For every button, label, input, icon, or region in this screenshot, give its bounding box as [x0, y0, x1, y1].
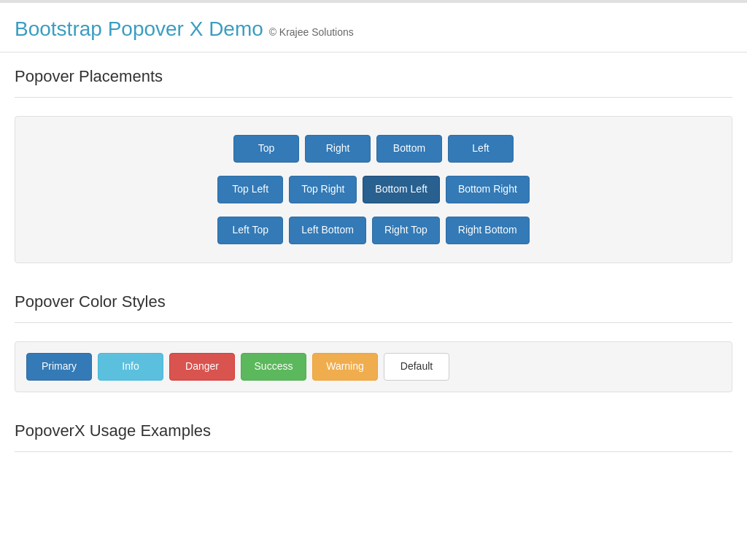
btn-color-success[interactable]: Success: [241, 353, 306, 381]
btn-left-bottom[interactable]: Left Bottom: [289, 217, 366, 244]
usage-examples-title: PopoverX Usage Examples: [15, 421, 732, 440]
btn-left[interactable]: Left: [448, 135, 514, 163]
page-title: Bootstrap Popover X Demo © Krajee Soluti…: [15, 18, 732, 41]
btn-right[interactable]: Right: [305, 135, 371, 163]
btn-bottom[interactable]: Bottom: [376, 135, 442, 163]
placements-title: Popover Placements: [15, 67, 732, 86]
placement-row-3: Left Top Left Bottom Right Top Right Bot…: [30, 217, 717, 244]
btn-left-top[interactable]: Left Top: [217, 217, 283, 244]
btn-right-bottom[interactable]: Right Bottom: [446, 217, 530, 244]
color-styles-title: Popover Color Styles: [15, 292, 732, 311]
btn-bottom-left[interactable]: Bottom Left: [363, 176, 440, 203]
placement-row-1: Top Right Bottom Left: [30, 135, 717, 163]
btn-color-default[interactable]: Default: [384, 353, 449, 381]
placement-row-2: Top Left Top Right Bottom Left Bottom Ri…: [30, 176, 717, 203]
btn-bottom-right[interactable]: Bottom Right: [446, 176, 530, 203]
btn-right-top[interactable]: Right Top: [372, 217, 440, 244]
color-styles-section: Popover Color Styles: [0, 278, 747, 341]
header: Bootstrap Popover X Demo © Krajee Soluti…: [0, 3, 747, 52]
title-text: Bootstrap Popover X Demo: [15, 18, 263, 40]
usage-examples-divider: [15, 451, 732, 452]
btn-color-info[interactable]: Info: [98, 353, 163, 381]
btn-color-warning[interactable]: Warning: [312, 353, 378, 381]
btn-top-left[interactable]: Top Left: [217, 176, 283, 203]
usage-examples-section: PopoverX Usage Examples: [0, 407, 747, 470]
color-styles-card: Primary Info Danger Success Warning Defa…: [15, 341, 732, 392]
placements-card: Top Right Bottom Left Top Left Top Right…: [15, 116, 732, 263]
placements-section: Popover Placements: [0, 52, 747, 116]
color-styles-divider: [15, 322, 732, 323]
btn-top[interactable]: Top: [233, 135, 299, 163]
placements-divider: [15, 97, 732, 98]
btn-top-right[interactable]: Top Right: [289, 176, 357, 203]
subtitle-text: © Krajee Solutions: [269, 26, 354, 38]
btn-color-primary[interactable]: Primary: [26, 353, 92, 381]
btn-color-danger[interactable]: Danger: [169, 353, 235, 381]
